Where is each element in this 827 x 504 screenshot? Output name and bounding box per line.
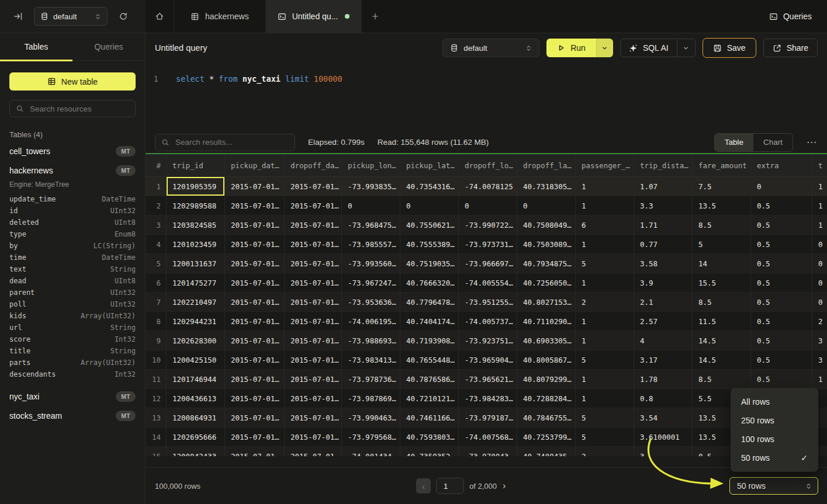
- table-cell[interactable]: 40.7593803…: [400, 427, 459, 446]
- table-cell[interactable]: 1: [576, 370, 634, 388]
- table-cell[interactable]: 1202944231: [167, 312, 225, 331]
- column-header[interactable]: pickup_lon…: [342, 154, 400, 176]
- table-cell[interactable]: 1: [576, 235, 634, 253]
- table-cell[interactable]: 1: [576, 273, 634, 292]
- table-cell[interactable]: 2015-07-01…: [285, 427, 342, 446]
- schema-column-row[interactable]: descendantsInt32: [9, 369, 136, 380]
- table-cell[interactable]: 3.58: [634, 254, 693, 273]
- table-cell[interactable]: 1.07: [634, 177, 693, 196]
- table-cell[interactable]: 3.9: [634, 273, 693, 292]
- table-cell[interactable]: 1: [812, 215, 827, 234]
- table-cell[interactable]: 11.5: [693, 312, 751, 331]
- page-size-option[interactable]: All rows: [731, 392, 818, 411]
- table-cell[interactable]: 40.7503089…: [517, 235, 576, 253]
- page-size-option[interactable]: 100 rows: [731, 430, 818, 449]
- table-cell[interactable]: 1: [812, 196, 827, 215]
- next-page-button[interactable]: ›: [502, 481, 506, 491]
- table-cell[interactable]: 1202210497: [167, 293, 225, 311]
- table-cell[interactable]: 8.5: [693, 293, 751, 311]
- table-cell[interactable]: 1203824585: [167, 215, 225, 234]
- table-cell[interactable]: -73.990463…: [342, 408, 400, 427]
- schema-column-row[interactable]: partsArray(UInt32): [9, 357, 136, 369]
- schema-column-row[interactable]: titleString: [9, 345, 136, 357]
- table-cell[interactable]: 1: [576, 331, 634, 350]
- table-cell[interactable]: 2015-07-01…: [225, 196, 285, 215]
- table-cell[interactable]: 1201023459: [167, 235, 225, 253]
- row-number[interactable]: 10: [146, 350, 167, 369]
- table-cell[interactable]: 1: [576, 312, 634, 331]
- table-cell[interactable]: 5: [576, 350, 634, 369]
- table-cell[interactable]: 1: [576, 196, 634, 215]
- table-cell[interactable]: 2015-07-01…: [285, 331, 342, 350]
- tab-home[interactable]: [146, 0, 174, 33]
- table-cell[interactable]: 2.1: [634, 293, 693, 311]
- table-cell[interactable]: 2015-07-01…: [225, 427, 285, 446]
- table-cell[interactable]: -73.983413…: [342, 350, 400, 369]
- table-cell[interactable]: -74.007568…: [459, 427, 517, 446]
- table-cell[interactable]: 2015-07-01: [225, 447, 285, 456]
- page-size-option[interactable]: 250 rows: [731, 411, 818, 430]
- schema-column-row[interactable]: scoreInt32: [9, 333, 136, 345]
- table-cell[interactable]: -73.988693…: [342, 331, 400, 350]
- table-cell[interactable]: 2015-07-01…: [225, 312, 285, 331]
- schema-column-row[interactable]: deadUInt8: [9, 275, 136, 287]
- schema-column-row[interactable]: idUInt32: [9, 205, 136, 217]
- schema-column-row[interactable]: pollUInt32: [9, 298, 136, 310]
- row-number[interactable]: 13: [146, 408, 167, 427]
- run-button[interactable]: Run: [546, 39, 596, 57]
- table-cell[interactable]: -73.993560…: [342, 254, 400, 273]
- tab-hackernews[interactable]: hackernews: [174, 0, 266, 33]
- table-cell[interactable]: 1: [812, 370, 827, 388]
- table-cell[interactable]: 2015-07-01…: [225, 350, 285, 369]
- row-number[interactable]: 12: [146, 389, 167, 408]
- table-cell[interactable]: -73.951255…: [459, 293, 517, 311]
- table-cell[interactable]: 40.7461166…: [400, 408, 459, 427]
- table-cell[interactable]: 40.8079299…: [517, 370, 576, 388]
- table-cell[interactable]: 0.5: [751, 273, 812, 292]
- table-cell[interactable]: 1200131637: [167, 254, 225, 273]
- column-header[interactable]: dropoff_lo…: [459, 154, 517, 176]
- table-cell[interactable]: 2015-07-01…: [225, 389, 285, 408]
- table-cell[interactable]: 6: [576, 215, 634, 234]
- table-cell[interactable]: 40.7846755…: [517, 408, 576, 427]
- table-cell[interactable]: 40.7193908…: [400, 331, 459, 350]
- table-cell[interactable]: -73.979568…: [342, 427, 400, 446]
- row-number[interactable]: 9: [146, 331, 167, 350]
- row-number[interactable]: 11: [146, 370, 167, 388]
- table-cell[interactable]: 0.5: [751, 370, 812, 388]
- column-header[interactable]: passenger_…: [576, 154, 634, 176]
- table-cell[interactable]: 40.7550621…: [400, 215, 459, 234]
- table-cell[interactable]: 0: [400, 196, 459, 215]
- sidebar-tab-tables[interactable]: Tables: [0, 33, 72, 60]
- schema-column-row[interactable]: deletedUInt8: [9, 217, 136, 228]
- table-cell[interactable]: 2015-07-01…: [285, 177, 342, 196]
- table-cell[interactable]: 2015-07-01…: [225, 293, 285, 311]
- column-header[interactable]: t: [812, 154, 827, 176]
- table-cell[interactable]: 40.7256050…: [517, 273, 576, 292]
- table-cell[interactable]: 40.7404174…: [400, 312, 459, 331]
- table-cell[interactable]: 0: [812, 293, 827, 311]
- table-cell[interactable]: 3: [634, 447, 693, 456]
- column-header[interactable]: extra: [751, 154, 812, 176]
- table-cell[interactable]: 40.7796478…: [400, 293, 459, 311]
- table-cell[interactable]: 5: [576, 408, 634, 427]
- table-cell[interactable]: 2015-07-01…: [225, 370, 285, 388]
- sql-ai-options-button[interactable]: [677, 39, 695, 57]
- table-cell[interactable]: 8.5: [693, 215, 751, 234]
- share-button[interactable]: Share: [763, 39, 818, 57]
- queries-button[interactable]: Queries: [754, 0, 827, 33]
- table-cell[interactable]: 1200842433: [167, 447, 225, 456]
- schema-column-row[interactable]: kidsArray(UInt32): [9, 310, 136, 322]
- table-cell[interactable]: -73.968475…: [342, 215, 400, 234]
- query-database-selector[interactable]: default: [442, 39, 539, 57]
- table-cell[interactable]: -74.005737…: [459, 312, 517, 331]
- table-cell[interactable]: -73.970843: [459, 447, 517, 456]
- schema-column-row[interactable]: byLC(String): [9, 240, 136, 252]
- search-results-input[interactable]: [174, 137, 289, 147]
- table-cell[interactable]: 40.7408435: [517, 447, 576, 456]
- table-cell[interactable]: 1201475277: [167, 273, 225, 292]
- table-cell[interactable]: 2015-07-01…: [225, 408, 285, 427]
- table-cell[interactable]: -74.0078125: [459, 177, 517, 196]
- table-cell[interactable]: 0: [812, 254, 827, 273]
- table-cell[interactable]: 2015-07-01…: [285, 408, 342, 427]
